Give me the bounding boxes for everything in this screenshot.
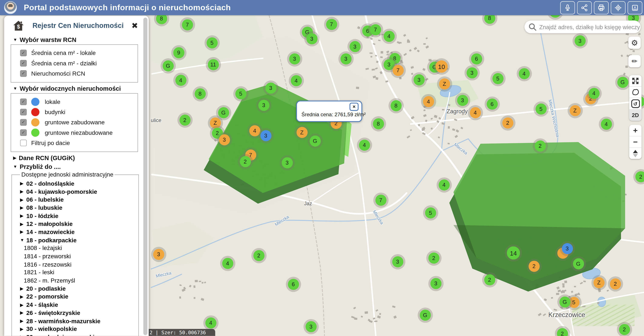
layer-row[interactable]: ✓Średnia cena m² - działki (20, 58, 135, 68)
visibility-row[interactable]: ✓lokale (20, 96, 135, 107)
map-marker[interactable]: 4 (423, 96, 434, 107)
map-marker[interactable]: 3 (574, 35, 586, 46)
zoom-out-button[interactable]: − (629, 136, 642, 148)
map-marker[interactable]: 4 (222, 258, 233, 269)
checkbox[interactable]: ✓ (20, 129, 26, 136)
map-marker[interactable]: 7 (182, 19, 193, 30)
map-marker[interactable]: 3 (457, 95, 468, 106)
microphone-button[interactable] (560, 1, 575, 14)
map-marker[interactable]: 6 (486, 98, 498, 110)
map-marker[interactable]: 2 (528, 260, 540, 272)
tree-item[interactable]: ▶22 - pomorskie (20, 292, 138, 301)
locate-button[interactable] (611, 1, 626, 14)
checkbox[interactable]: ✓ (20, 108, 26, 115)
map-marker[interactable]: 3 (219, 134, 230, 145)
filter-by-date-row[interactable]: ✓Filtruj po dacie (20, 138, 135, 148)
popup-close-button[interactable]: × (350, 103, 358, 111)
map-marker[interactable]: 10 (435, 60, 448, 72)
map-marker[interactable]: 14 (507, 246, 520, 260)
map-marker[interactable]: G (310, 135, 320, 146)
settings-button[interactable]: ⚙ (628, 36, 641, 49)
map-marker[interactable]: 2 (502, 117, 513, 128)
tree-item[interactable]: 1808 - leżajski (20, 244, 138, 252)
section-layers-header[interactable]: ▼ Wybór warstw RCN (13, 36, 139, 43)
map-marker[interactable]: Z (593, 277, 604, 288)
map-marker[interactable]: 3 (282, 157, 292, 168)
map-marker[interactable]: 3 (265, 82, 276, 94)
share-button[interactable] (577, 1, 592, 14)
map-marker[interactable]: Z (570, 105, 580, 116)
tree-item[interactable]: ▼18 - podkarpackie (20, 236, 138, 244)
tree-item[interactable]: ▶20 - podlaskie (20, 284, 138, 292)
checkbox[interactable]: ✓ (20, 60, 26, 66)
map-marker[interactable]: 2 (179, 114, 190, 126)
map-marker[interactable]: G (218, 107, 229, 118)
map-marker[interactable]: 3 (306, 321, 316, 332)
map-marker[interactable]: 7 (392, 65, 404, 76)
checkbox[interactable]: ✓ (20, 50, 26, 56)
map-marker[interactable]: 5 (235, 88, 246, 99)
tree-item[interactable]: ▶14 - mazowieckie (20, 228, 138, 236)
zoom-in-button[interactable]: + (629, 125, 642, 136)
map-marker[interactable]: G (617, 77, 628, 88)
map-marker[interactable]: 3 (466, 67, 478, 78)
tree-item[interactable]: 1814 - przeworski (20, 252, 138, 260)
map-marker[interactable]: 4 (359, 140, 370, 150)
checkbox[interactable]: ✓ (20, 119, 26, 126)
map-marker[interactable]: 9 (173, 47, 184, 58)
reset-rotation-button[interactable]: ↺ (629, 98, 642, 110)
layer-row[interactable]: ✓Średnia cena m² - lokale (20, 48, 135, 58)
map-marker[interactable]: 3 (306, 33, 317, 44)
map-marker[interactable]: 5 (206, 37, 218, 48)
draw-button[interactable]: ✏ (628, 55, 641, 67)
panel-close-button[interactable]: ✖ (132, 22, 138, 30)
map-marker[interactable]: G (162, 60, 174, 71)
tree-item[interactable]: ▶30 - wielkopolskie (20, 325, 138, 333)
map-marker[interactable]: Z (439, 78, 450, 89)
map-marker[interactable]: 4 (249, 125, 260, 136)
tree-item[interactable]: 1862 - m. Przemyśl (20, 276, 138, 284)
visibility-row[interactable]: ✓gruntowe zabudowane (20, 117, 135, 127)
map-marker[interactable]: Z (210, 117, 221, 128)
section-zoom-to-header[interactable]: ▼ Przybliż do .... (13, 163, 139, 170)
tilt-button[interactable] (629, 148, 642, 159)
map-marker[interactable]: 3 (392, 256, 403, 267)
map-marker[interactable]: 2 (253, 250, 264, 261)
layer-row[interactable]: ✓Nieruchomości RCN (20, 68, 135, 78)
map-marker[interactable]: 5 (536, 103, 546, 114)
map-marker[interactable]: 3 (260, 130, 271, 141)
map-marker[interactable]: 4 (470, 107, 481, 118)
map-marker[interactable]: 7 (375, 194, 386, 206)
map-marker[interactable]: 4 (438, 179, 450, 190)
map-marker[interactable]: 8 (373, 118, 384, 129)
print-button[interactable] (594, 1, 609, 14)
map-marker[interactable]: 4 (175, 74, 186, 86)
map-marker[interactable]: 3 (562, 243, 573, 254)
tree-item[interactable]: ▶06 - lubelskie (20, 196, 138, 204)
zoom-to-country-button[interactable] (629, 87, 642, 98)
tree-item[interactable]: ▶08 - lubuskie (20, 204, 138, 212)
tree-item[interactable]: 1816 - rzeszowski (20, 260, 138, 268)
checkbox[interactable]: ✓ (20, 140, 26, 146)
tree-item[interactable]: ▶10 - łódzkie (20, 212, 138, 220)
map-marker[interactable]: 2 (240, 156, 251, 167)
toggle-2d-button[interactable]: 2D (629, 110, 642, 121)
visibility-row[interactable]: ✓gruntowe niezabudowane (20, 127, 135, 138)
map-marker[interactable]: 3 (413, 74, 424, 85)
map-marker[interactable]: 4 (601, 118, 612, 130)
map-marker[interactable]: Z (296, 127, 307, 138)
checkbox[interactable]: ✓ (20, 70, 26, 77)
map-marker[interactable]: 8 (194, 88, 206, 99)
map-marker[interactable]: 3 (349, 41, 360, 52)
tree-item[interactable]: ▶24 - śląskie (20, 301, 138, 309)
search-input[interactable] (538, 23, 640, 31)
map-marker[interactable]: 3 (289, 53, 300, 64)
tree-item[interactable]: ▶12 - małopolskie (20, 220, 138, 228)
map-marker[interactable]: 11 (208, 59, 219, 70)
map-marker[interactable]: 3 (430, 278, 441, 289)
map-marker[interactable]: 7 (326, 19, 337, 30)
section-visibility-header[interactable]: ▼ Wybór widocznych nieruchomości (13, 85, 139, 92)
scrollbar-thumb[interactable] (143, 18, 147, 335)
map-marker[interactable]: 3 (258, 100, 269, 111)
map-marker[interactable]: 3 (340, 53, 352, 64)
